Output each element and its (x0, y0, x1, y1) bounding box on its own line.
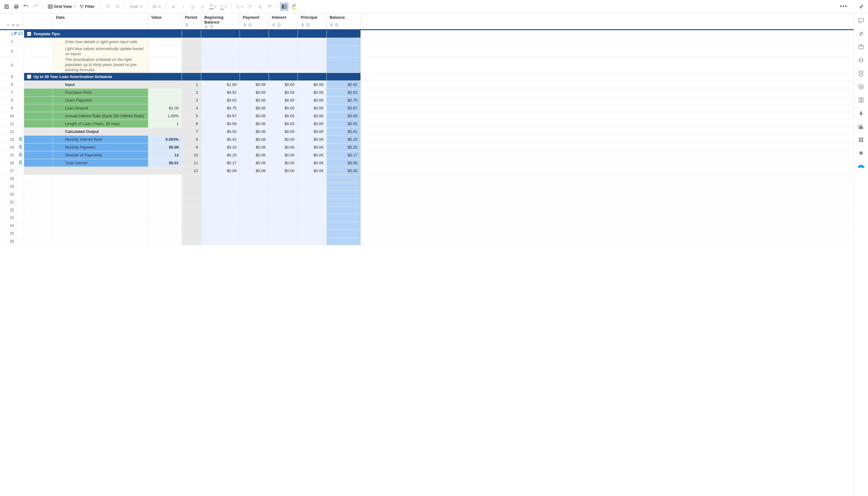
row-number[interactable]: 2 (0, 38, 24, 46)
cell[interactable]: Monthly Payment (53, 143, 148, 151)
cell[interactable] (148, 167, 182, 175)
cell[interactable] (24, 214, 53, 222)
col-principal[interactable]: Principal ⓘ (298, 13, 327, 29)
cell[interactable] (182, 57, 201, 73)
cell[interactable] (53, 230, 148, 237)
cell[interactable] (53, 237, 148, 245)
cell[interactable] (269, 198, 298, 206)
cell[interactable] (24, 206, 53, 214)
cell[interactable]: 2 (182, 89, 201, 96)
cell[interactable] (327, 190, 361, 198)
cell[interactable]: $0.75 (201, 104, 240, 112)
cell[interactable]: $0.08 (298, 89, 327, 96)
cell[interactable]: $0.08 (240, 96, 269, 104)
cell[interactable]: $0.92 (327, 81, 361, 89)
cell[interactable]: $0.00 (269, 96, 298, 104)
publish-icon[interactable] (857, 70, 865, 77)
apps-icon[interactable] (857, 136, 865, 143)
cell[interactable] (269, 175, 298, 183)
row-number[interactable]: 23 (0, 214, 24, 222)
cell[interactable]: Calculated Output (53, 128, 148, 136)
col-data[interactable]: Data (53, 13, 148, 29)
cell[interactable] (240, 57, 269, 73)
cell[interactable] (269, 237, 298, 245)
cell[interactable] (269, 230, 298, 237)
cell[interactable] (269, 206, 298, 214)
cell[interactable]: 0.083% (148, 136, 182, 143)
cell[interactable]: $0.00 (269, 128, 298, 136)
cell[interactable] (24, 104, 53, 112)
table-row[interactable] (24, 190, 854, 198)
cell[interactable] (148, 214, 182, 222)
cell[interactable] (298, 222, 327, 230)
cell[interactable]: $0.00 (269, 89, 298, 96)
cell[interactable] (182, 30, 201, 38)
input-cell[interactable] (148, 89, 182, 96)
cell[interactable]: $0.08 (298, 136, 327, 143)
undo-button[interactable] (22, 2, 30, 11)
cell[interactable]: $0.08 (298, 112, 327, 120)
cell[interactable] (24, 167, 53, 175)
cell[interactable] (53, 175, 148, 183)
cell[interactable]: $0.08 (240, 81, 269, 89)
cell[interactable] (269, 190, 298, 198)
cell[interactable]: $0.25 (201, 151, 240, 159)
cell[interactable]: $0.00 (327, 167, 361, 175)
grid-view-button[interactable]: Grid View ▼ (46, 2, 77, 11)
cell[interactable] (327, 30, 361, 38)
cell[interactable] (182, 175, 201, 183)
cell[interactable] (24, 198, 53, 206)
cell[interactable] (24, 46, 53, 57)
input-cell[interactable] (148, 96, 182, 104)
cell[interactable] (148, 190, 182, 198)
row-number[interactable]: 7 (0, 89, 24, 96)
cell[interactable]: $0.83 (201, 96, 240, 104)
cell[interactable] (269, 222, 298, 230)
font-select[interactable]: Arial ▼ (128, 4, 144, 9)
cell[interactable]: $0.08 (240, 167, 269, 175)
print-button[interactable] (12, 2, 20, 11)
cell[interactable] (327, 46, 361, 57)
sheet-area[interactable]: i 1 2 3 4 5 6 7 8 9 10 (0, 13, 854, 496)
cell[interactable] (53, 198, 148, 206)
cell[interactable] (240, 230, 269, 237)
cell[interactable]: 6 (182, 120, 201, 128)
row-number[interactable]: 10 (0, 112, 24, 120)
row-number[interactable]: 9 (0, 104, 24, 112)
cell[interactable] (182, 222, 201, 230)
cell[interactable] (148, 198, 182, 206)
cell[interactable] (182, 214, 201, 222)
row-number[interactable]: 4 (0, 57, 24, 73)
cell[interactable] (53, 183, 148, 190)
cell[interactable] (201, 198, 240, 206)
cell[interactable] (298, 183, 327, 190)
table-row[interactable]: Number of Payments 12 10 $0.25 $0.08 $0.… (24, 151, 854, 159)
attachments-icon[interactable] (857, 30, 865, 37)
activity-icon[interactable] (857, 83, 865, 90)
cell[interactable] (182, 237, 201, 245)
row-number[interactable]: 16 (0, 159, 24, 167)
brand-icon[interactable] (857, 110, 865, 117)
cell[interactable]: Monthly Interest Rate (53, 136, 148, 143)
cell[interactable]: 4 (182, 104, 201, 112)
cell[interactable]: $0.75 (327, 96, 361, 104)
cell[interactable] (201, 183, 240, 190)
salesforce-icon[interactable] (857, 163, 865, 170)
cell[interactable] (24, 96, 53, 104)
filter-button[interactable]: Filter (78, 2, 98, 11)
cell[interactable] (240, 237, 269, 245)
cell[interactable] (327, 183, 361, 190)
cell[interactable]: $0.42 (327, 128, 361, 136)
row-number[interactable]: 15 (0, 151, 24, 159)
cell[interactable] (24, 120, 53, 128)
cell[interactable] (53, 190, 148, 198)
align-button[interactable]: ▼ (234, 2, 245, 11)
highlight-button[interactable] (290, 2, 298, 11)
row-number[interactable]: 17 (0, 167, 24, 175)
cell[interactable]: $0.00 (269, 112, 298, 120)
cell[interactable] (327, 206, 361, 214)
row-number[interactable]: 25 (0, 230, 24, 237)
cell[interactable]: $0.92 (201, 89, 240, 96)
cell[interactable] (182, 230, 201, 237)
cell[interactable] (53, 206, 148, 214)
